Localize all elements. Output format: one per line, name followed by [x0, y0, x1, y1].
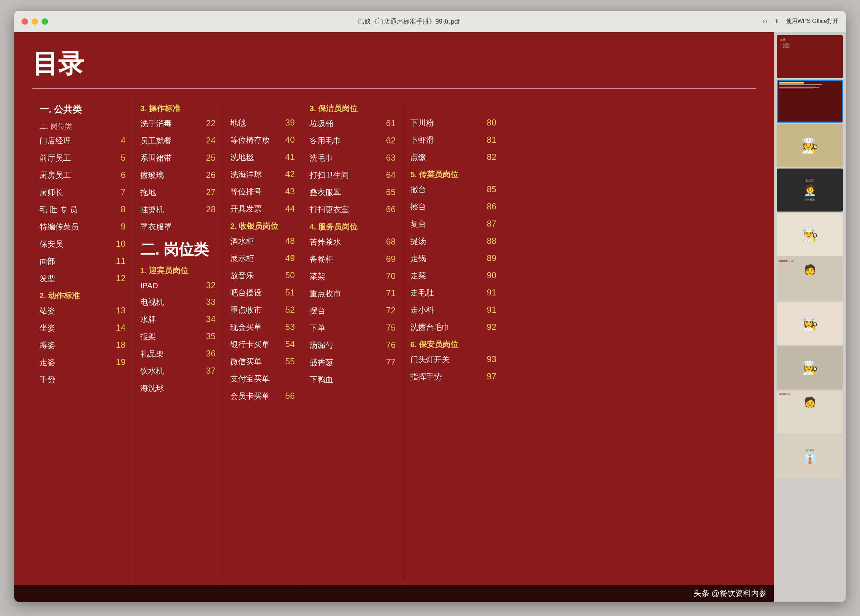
list-item: 撤台85 [410, 184, 496, 195]
list-item: 走小料91 [410, 305, 496, 315]
window-title: 巴奴《门店通用标准手册》99页.pdf [55, 17, 763, 26]
list-item: 叠衣服罩65 [309, 187, 395, 198]
list-item: 打扫卫生间64 [309, 170, 395, 181]
minimize-button[interactable] [31, 18, 38, 25]
list-item: 擦台86 [410, 202, 496, 212]
list-item: 提汤88 [410, 236, 496, 247]
share-icon[interactable]: ⬆ [774, 18, 779, 25]
section-title-shouyin: 2. 收银员岗位 [230, 221, 295, 232]
list-item: 等位排号43 [230, 187, 295, 197]
list-item: 下虾滑81 [410, 135, 496, 146]
list-item: 洗手消毒22 [140, 118, 215, 129]
columns-container: 一. 公共类 二. 岗位类 门店经理4 前厅员工5 厨房员工6 厨师长7 毛 肚… [32, 100, 756, 583]
sidebar-thumb-4[interactable]: 公共类 🧑‍💼 岗前标准 [777, 169, 843, 212]
col1-items: 门店经理4 前厅员工5 厨房员工6 厨师长7 毛 肚 专 员8 特编传菜员9 保… [39, 136, 126, 284]
list-item: 特编传菜员9 [39, 222, 126, 232]
list-item: 点缀82 [410, 152, 496, 163]
list-item: 垃圾桶61 [309, 118, 395, 129]
content-area: 目录 一. 公共类 二. 岗位类 门店经理4 前厅员工5 厨房员工6 厨师长7 [14, 32, 846, 602]
sidebar-thumb-6[interactable]: 动作标准（三） 🧑 [777, 257, 843, 301]
sidebar-thumb-3[interactable]: 🧑‍🍳 [777, 124, 843, 167]
column-4: 3. 保洁员岗位 垃圾桶61 客用毛巾62 洗毛巾63 打扫卫生间64 叠衣服罩… [302, 100, 403, 583]
sidebar-thumb-5[interactable]: 👨‍🍳 [777, 213, 843, 256]
wps-open-button[interactable]: 使用WPS Office打开 [786, 17, 838, 25]
list-item: 门店经理4 [39, 136, 126, 146]
list-item: 支付宝买单 [230, 374, 295, 384]
traffic-lights [22, 18, 48, 25]
sidebar-thumb-2[interactable] [777, 80, 843, 122]
sidebar-thumb-1[interactable]: 目录 一. 公共类 二. 岗位类 [777, 35, 843, 78]
list-item: 吧台摆设51 [230, 288, 295, 298]
list-item: 复台87 [410, 219, 496, 229]
list-item: 毛 肚 专 员8 [39, 204, 126, 215]
list-item: 保安员10 [39, 239, 126, 249]
list-item: 系围裙带25 [140, 153, 215, 163]
page-title: 目录 [32, 47, 756, 81]
section-title-baojie: 3. 保洁员岗位 [309, 103, 395, 114]
col5-items3: 门头灯开关93 指挥手势97 [410, 354, 496, 382]
sidebar-thumb-9[interactable]: 动作标准（六） 🧑 [777, 391, 843, 434]
list-item: 手势 [39, 374, 126, 385]
list-item: 备餐柜69 [309, 254, 395, 265]
sidebar-thumb-8[interactable]: 🧑‍🍳 [777, 346, 843, 389]
column-1: 一. 公共类 二. 岗位类 门店经理4 前厅员工5 厨房员工6 厨师长7 毛 肚… [32, 100, 133, 583]
list-item: 礼品架36 [140, 348, 215, 359]
list-item: 前厅员工5 [39, 153, 126, 163]
list-item: 等位椅存放40 [230, 135, 295, 146]
list-item: 重点收市71 [309, 288, 395, 299]
section-title-baoan: 6. 保安员岗位 [410, 339, 496, 350]
section-title-gonggong: 一. 公共类 [39, 103, 126, 116]
section-title-caozuo: 3. 操作标准 [140, 103, 215, 114]
section-title-dongzuo: 2. 动作标准 [39, 290, 126, 301]
list-item: 走毛肚91 [410, 288, 496, 298]
list-item: 会员卡买单56 [230, 391, 295, 401]
list-item: 坐姿14 [39, 323, 126, 334]
close-button[interactable] [22, 18, 28, 25]
list-item: 指挥手势97 [410, 371, 496, 382]
list-item: 下川粉80 [410, 118, 496, 129]
list-item: 银行卡买单54 [230, 339, 295, 350]
list-item: 菜架70 [309, 271, 395, 282]
list-item: 盛香葱77 [309, 357, 395, 368]
list-item: 电视机33 [140, 297, 215, 308]
col1-dotted: 二. 岗位类 [39, 122, 126, 131]
sidebar-thumb-7[interactable]: 👩‍🍳 [777, 302, 843, 345]
list-item: 现金买单53 [230, 322, 295, 333]
col2-items2: IPAD32 电视机33 水牌34 报架35 礼品架36 饮水机37 海洗球 [140, 281, 215, 394]
list-item: 罩衣服罩 [140, 222, 215, 232]
list-item: 饮水机37 [140, 366, 215, 376]
section-title-gangwei: 二. 岗位类 [140, 240, 215, 260]
list-item: 打扫更衣室66 [309, 204, 395, 215]
pdf-main-view: 目录 一. 公共类 二. 岗位类 门店经理4 前厅员工5 厨房员工6 厨师长7 [14, 32, 774, 602]
list-item: IPAD32 [140, 281, 215, 290]
list-item: 下单75 [309, 323, 395, 334]
list-item: 洗地毯41 [230, 152, 295, 163]
section-title-yingbin: 1. 迎宾员岗位 [140, 265, 215, 276]
list-item: 走锅89 [410, 253, 496, 264]
list-item: 地毯39 [230, 118, 295, 129]
list-item: 下鸭血 [309, 374, 395, 385]
search-icon[interactable]: ⊙ [763, 18, 767, 25]
list-item: 蹲姿18 [39, 340, 126, 351]
list-item: 客用毛巾62 [309, 136, 395, 146]
list-item: 厨师长7 [39, 187, 126, 198]
list-item: 洗毛巾63 [309, 153, 395, 163]
column-5: 下川粉80 下虾滑81 点缀82 5. 传菜员岗位 撤台85 擦台86 复台87… [403, 100, 504, 583]
list-item: 摆台72 [309, 306, 395, 316]
col2-items1: 洗手消毒22 员工就餐24 系围裙带25 擦玻璃26 拖地27 挂烫机28 罩衣… [140, 118, 215, 232]
list-item: 酒水柜48 [230, 236, 295, 247]
list-item: 汤漏勺76 [309, 340, 395, 351]
column-3: 地毯39 等位椅存放40 洗地毯41 洗海洋球42 等位排号43 开具发票44 … [223, 100, 302, 583]
col3-items1: 地毯39 等位椅存放40 洗地毯41 洗海洋球42 等位排号43 开具发票44 [230, 118, 295, 215]
list-item: 员工就餐24 [140, 136, 215, 146]
list-item: 门头灯开关93 [410, 354, 496, 365]
col4-items1: 垃圾桶61 客用毛巾62 洗毛巾63 打扫卫生间64 叠衣服罩65 打扫更衣室6… [309, 118, 395, 215]
fullscreen-button[interactable] [42, 18, 48, 25]
sidebar-thumb-10[interactable]: 动作标准 👔 [777, 435, 843, 478]
col4-items2: 苦荞茶水68 备餐柜69 菜架70 重点收市71 摆台72 下单75 汤漏勺76… [309, 237, 395, 385]
list-item: 挂烫机28 [140, 204, 215, 215]
list-item: 展示柜49 [230, 253, 295, 264]
list-item: 拖地27 [140, 187, 215, 198]
list-item: 海洗球 [140, 383, 215, 394]
col1-items2: 站姿13 坐姿14 蹲姿18 走姿19 手势 [39, 306, 126, 385]
